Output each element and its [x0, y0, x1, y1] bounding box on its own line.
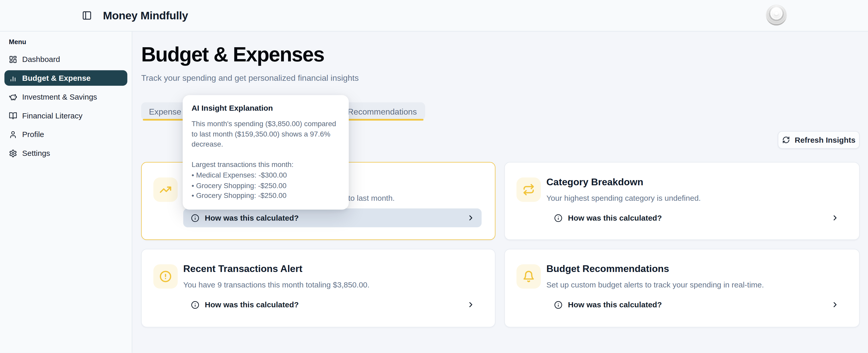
page-title: Budget & Expenses: [141, 43, 324, 66]
popover-title: AI Insight Explanation: [191, 103, 340, 112]
card-icon-box: [517, 264, 541, 288]
sidebar-item-label: Investment & Savings: [22, 93, 97, 101]
card-description: You have 9 transactions this month total…: [183, 280, 369, 289]
card-description: Your highest spending category is undefi…: [547, 193, 701, 202]
how-calculated-button[interactable]: How was this calculated?: [183, 295, 482, 314]
sidebar-item-profile[interactable]: Profile: [4, 127, 127, 142]
app-window: Money Mindfully Menu Dashboard Budget & …: [0, 0, 868, 353]
avatar[interactable]: [766, 5, 786, 25]
alert-circle-icon: [159, 271, 172, 283]
how-calculated-label: How was this calculated?: [205, 301, 299, 309]
user-icon: [9, 130, 17, 139]
card-budget-recommendations: Budget Recommendations Set up custom bud…: [504, 249, 860, 327]
how-calculated-label: How was this calculated?: [568, 301, 662, 309]
card-description-visible: to last month.: [348, 193, 395, 202]
sidebar-item-label: Budget & Expense: [22, 74, 91, 82]
sidebar-item-budget-expense[interactable]: Budget & Expense: [4, 70, 127, 86]
how-calculated-button[interactable]: How was this calculated?: [547, 209, 846, 227]
card-recent-transactions-alert: Recent Transactions Alert You have 9 tra…: [141, 249, 495, 327]
info-icon: [191, 214, 199, 222]
sidebar-item-label: Profile: [22, 130, 44, 139]
card-title: Recent Transactions Alert: [183, 263, 302, 275]
refresh-icon: [782, 136, 790, 144]
card-icon-box: [517, 178, 541, 202]
card-description: Set up custom budget alerts to track you…: [547, 280, 764, 289]
top-header: Money Mindfully: [0, 0, 868, 32]
sidebar-section-label: Menu: [9, 38, 26, 46]
how-calculated-label: How was this calculated?: [568, 213, 662, 222]
how-calculated-label: How was this calculated?: [205, 213, 299, 222]
gear-icon: [9, 149, 17, 157]
info-icon: [554, 214, 562, 222]
chevron-right-icon: [831, 301, 839, 309]
card-icon-box: [153, 178, 178, 202]
sidebar-item-label: Financial Literacy: [22, 111, 83, 120]
chevron-right-icon: [831, 214, 839, 222]
book-open-icon: [9, 111, 17, 120]
trending-up-icon: [159, 183, 172, 196]
sidebar-item-label: Dashboard: [22, 55, 60, 64]
card-category-breakdown: Category Breakdown Your highest spending…: [504, 162, 860, 240]
sidebar-item-dashboard[interactable]: Dashboard: [4, 51, 127, 67]
sidebar-item-investment-savings[interactable]: Investment & Savings: [4, 89, 127, 105]
card-title: Category Breakdown: [547, 176, 643, 188]
piggy-bank-icon: [9, 93, 17, 101]
sidebar-item-financial-literacy[interactable]: Financial Literacy: [4, 108, 127, 123]
info-icon: [191, 301, 199, 309]
bell-icon: [523, 271, 535, 283]
refresh-insights-button[interactable]: Refresh Insights: [778, 131, 860, 149]
sidebar-toggle-button[interactable]: [82, 10, 92, 21]
page-subtitle: Track your spending and get personalized…: [141, 73, 359, 82]
sidebar-item-label: Settings: [22, 149, 50, 157]
panel-left-icon: [82, 10, 92, 21]
card-title: Budget Recommendations: [547, 263, 669, 275]
app-title: Money Mindfully: [103, 0, 188, 31]
chevron-right-icon: [467, 301, 475, 309]
repeat-icon: [523, 183, 535, 196]
sidebar-nav: Dashboard Budget & Expense Investment & …: [0, 51, 132, 164]
sidebar-item-settings[interactable]: Settings: [4, 145, 127, 161]
popover-body: This month's spending ($3,850.00) compar…: [191, 119, 340, 201]
how-calculated-button[interactable]: How was this calculated?: [547, 295, 846, 314]
ai-insight-popover: AI Insight Explanation This month's spen…: [183, 95, 349, 210]
chevron-right-icon: [467, 214, 475, 222]
dashboard-icon: [9, 55, 17, 63]
refresh-insights-label: Refresh Insights: [795, 136, 855, 144]
info-icon: [554, 301, 562, 309]
how-calculated-button[interactable]: How was this calculated?: [183, 209, 482, 227]
bar-chart-icon: [9, 74, 17, 82]
card-icon-box: [153, 264, 178, 288]
sidebar: Menu Dashboard Budget & Expense Investme…: [0, 31, 132, 353]
